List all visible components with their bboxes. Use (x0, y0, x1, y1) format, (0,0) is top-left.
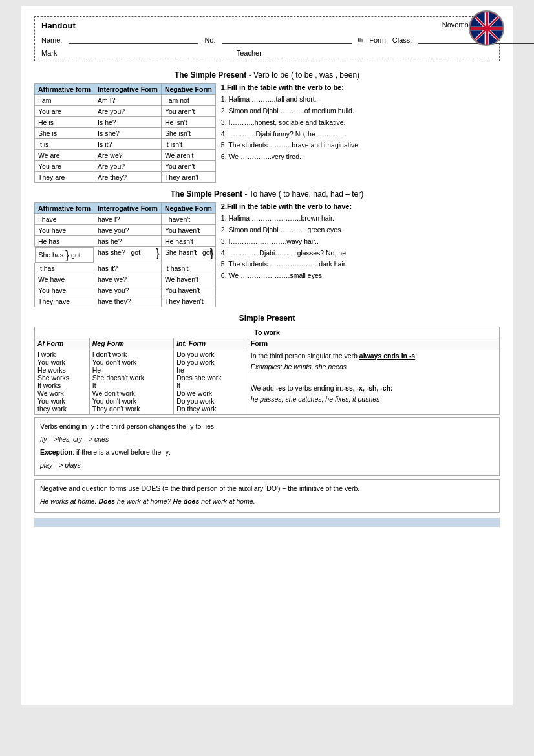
class-label: Class: (392, 36, 412, 44)
rule-text1: In the third person singular the verb (251, 352, 359, 360)
work-col3-header: Int. Form (174, 338, 248, 349)
be-section: Affirmative form Interrogative Form Nega… (34, 83, 500, 183)
does-ex3: not work at home. (199, 497, 255, 505)
does-bold2: does (184, 497, 200, 505)
table-row: He is (35, 117, 94, 128)
table-row: He isn't (161, 117, 215, 128)
rule-es3: -ss, -x, -sh, -ch: (343, 384, 393, 392)
fill1-section: 1.Fill in the table with the verb to be:… (221, 83, 500, 183)
table-row: has it? (94, 263, 162, 274)
have-col3-header: Negative Form (161, 203, 215, 214)
table-row: I am (35, 95, 94, 106)
be-col3-header: Negative Form (161, 84, 215, 95)
table-row: It isn't (161, 139, 215, 150)
table-row: have they? (94, 296, 162, 307)
rule-text2: : (415, 352, 417, 360)
have-section: Affirmative form Interrogative Form Nega… (34, 202, 500, 307)
table-row: We haven't (161, 274, 215, 285)
y-play: play --> plays (40, 460, 494, 471)
list-item: 2. Simon and Djabi …………green eyes. (221, 224, 500, 236)
table-row: They aren't (161, 172, 215, 183)
table-row: Are you? (94, 106, 162, 117)
list-item: 4. …………Djabi funny? No, he …………. (221, 129, 500, 140)
table-row: has he? (94, 236, 162, 247)
table-row: We have (35, 274, 94, 285)
table-row: I workYou workHe worksShe worksIt worksW… (35, 349, 90, 415)
name-label: Name: (41, 36, 62, 44)
fill1-items: 1. Halima ………..tall and short. 2. Simon … (221, 94, 500, 163)
fill2-items: 1. Halima ………………….brown hair. 2. Simon a… (221, 213, 500, 282)
bottom-bar (34, 518, 500, 527)
table-row: Are you? (94, 161, 162, 172)
section2-title: The Simple Present - To have ( to have, … (34, 189, 500, 199)
rule-examples: Examples: he wants, she needs (251, 363, 347, 371)
table-row: have you? (94, 285, 162, 296)
list-item: 5. The students………..brave and imaginativ… (221, 140, 500, 151)
table-row: I have (35, 214, 94, 225)
be-col2-header: Interrogative Form (94, 84, 162, 95)
section3-title: Simple Present (34, 314, 500, 323)
be-table: Affirmative form Interrogative Form Nega… (34, 83, 216, 183)
does-example: He works at home. Does he work at home? … (40, 496, 494, 508)
y-rule-text: Verbs ending in -y : the third person ch… (40, 421, 494, 433)
y-exception-text: Exception: if there is a vowel before th… (40, 447, 494, 459)
table-row: He hasn't (161, 236, 215, 247)
table-row: Is it? (94, 139, 162, 150)
work-col4-header: Form (248, 338, 499, 349)
table-row: It has (35, 263, 94, 274)
no-field[interactable] (222, 36, 352, 44)
name-field[interactable] (69, 36, 198, 44)
no-label: No. (204, 36, 215, 44)
table-row: They haven't (161, 296, 215, 307)
does-ex1: He works at home. (40, 497, 98, 505)
table-row: Are they? (94, 172, 162, 183)
teacher-label: Teacher (237, 49, 262, 57)
list-item: 4. …………..Djabi……… glasses? No, he (221, 248, 500, 259)
fill2-section: 2.Fill in the table with the verb to hav… (221, 202, 500, 307)
list-item: 6. We ………………….small eyes.. (221, 270, 500, 282)
y-examples: fly -->flies, cry --> cries (40, 434, 494, 446)
table-row: You have (35, 285, 94, 296)
table-row: have we? (94, 274, 162, 285)
rule-es-text: We add (251, 384, 276, 392)
table-row: We aren't (161, 150, 215, 161)
list-item: 1. Halima ………..tall and short. (221, 94, 500, 105)
table-row: You haven't (161, 225, 215, 236)
list-item: 5. The students ………………….dark hair. (221, 259, 500, 270)
table-row: You haven't (161, 285, 215, 296)
table-row: It hasn't (161, 263, 215, 274)
table-row: She isn't (161, 128, 215, 139)
th-label: th (358, 37, 363, 43)
does-ex2: he work at home? He (115, 497, 184, 505)
table-row: They have (35, 296, 94, 307)
does-bold1: Does (98, 497, 115, 505)
list-item: 2. Simon and Djabi ………..of medium build. (221, 105, 500, 117)
list-item: 3. I………..honest, sociable and talkative. (221, 117, 500, 129)
table-row: She hasn't } got (161, 247, 215, 263)
table-row: You aren't (161, 106, 215, 117)
work-col2-header: Neg Form (89, 338, 173, 349)
table-row: He has (35, 236, 94, 247)
have-table: Affirmative form Interrogative Form Nega… (34, 202, 216, 307)
table-row: You are (35, 106, 94, 117)
fill1-title: 1.Fill in the table with the verb to be: (221, 83, 500, 91)
table-row: have you? (94, 225, 162, 236)
table-row: Am I? (94, 95, 162, 106)
table-row: You are (35, 161, 94, 172)
fill2-title: 2.Fill in the table with the verb to hav… (221, 202, 500, 210)
rule-always-s: always ends in -s (359, 352, 415, 360)
have-col2-header: Interrogative Form (94, 203, 162, 214)
table-row: I haven't (161, 214, 215, 225)
exception-text2: : if there is a vowel before the -y: (72, 448, 171, 456)
handout-label: Handout (41, 21, 76, 30)
table-row: Do you workDo you workheDoes she workItD… (174, 349, 248, 415)
list-item: 6. We …………..very tired. (221, 151, 500, 163)
table-row: Is she? (94, 128, 162, 139)
table-row: Is he? (94, 117, 162, 128)
be-col1-header: Affirmative form (35, 84, 94, 95)
work-table: To work Af Form Neg Form Int. Form Form … (34, 327, 500, 415)
have-col1-header: Affirmative form (35, 203, 94, 214)
work-rules-cell: In the third person singular the verb al… (248, 349, 499, 415)
rule-es: -es (276, 384, 286, 392)
header-box: Handout November 2015 Name: No. th Form … (34, 16, 500, 61)
